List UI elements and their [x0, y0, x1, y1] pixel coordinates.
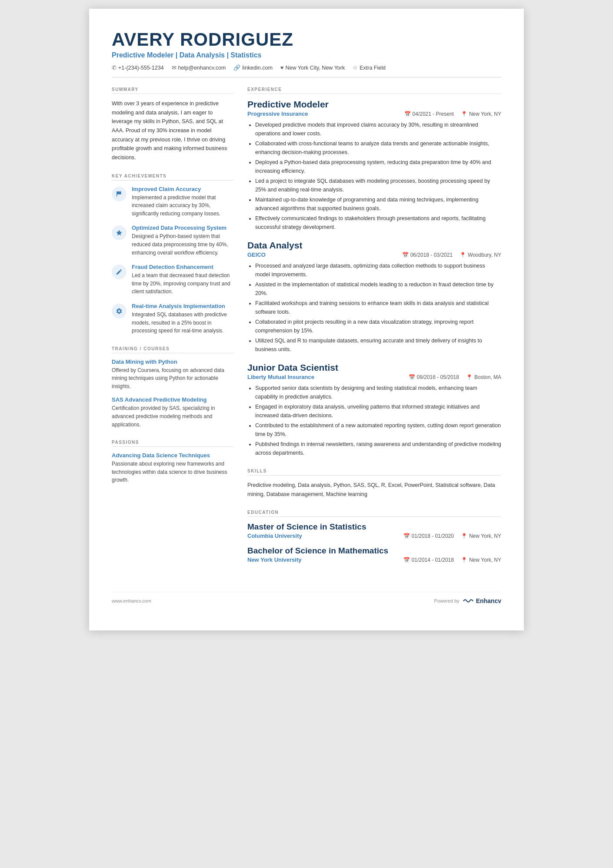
- job-title-1: Predictive Modeler: [247, 99, 501, 110]
- linkedin-value: linkedin.com: [242, 65, 272, 71]
- email-value: help@enhancv.com: [178, 65, 226, 71]
- achievement-item-2: Optimized Data Processing System Designe…: [112, 225, 233, 257]
- achievement-desc-4: Integrated SQL databases with predictive…: [132, 311, 233, 335]
- summary-text: With over 3 years of experience in predi…: [112, 99, 233, 162]
- header-section: AVERY RODRIGUEZ Predictive Modeler | Dat…: [112, 30, 501, 77]
- contact-linkedin: 🔗 linkedin.com: [233, 64, 272, 71]
- edu-date-2: 📅 01/2014 - 01/2018: [403, 557, 454, 563]
- skills-text: Predictive modeling, Data analysis, Pyth…: [247, 481, 501, 499]
- course-desc-2: Certification provided by SAS, specializ…: [112, 404, 233, 429]
- bullet-1-2: Collaborated with cross-functional teams…: [255, 139, 501, 157]
- job-company-1: Progressive Insurance: [247, 111, 308, 117]
- location-icon-2: 📍: [460, 252, 466, 258]
- pencil-icon: [116, 268, 123, 275]
- bullet-3-1: Supported senior data scientists by desi…: [255, 384, 501, 401]
- location-icon-3: 📍: [466, 374, 473, 380]
- edu-location-1: 📍 New York, NY: [461, 533, 501, 539]
- achievement-title-3: Fraud Detection Enhancement: [132, 264, 233, 270]
- achievement-title-1: Improved Claim Accuracy: [132, 186, 233, 192]
- extra-icon: ☆: [353, 64, 358, 71]
- edu-date-1: 📅 01/2018 - 01/2020: [403, 533, 454, 539]
- phone-icon: ✆: [112, 64, 117, 71]
- right-column: EXPERIENCE Predictive Modeler Progressiv…: [247, 87, 501, 574]
- edu-location-icon-1: 📍: [461, 533, 467, 539]
- extra-value: Extra Field: [360, 65, 386, 71]
- achievement-desc-1: Implemented a predictive model that incr…: [132, 194, 233, 218]
- summary-label: SUMMARY: [112, 87, 233, 94]
- edu-calendar-icon-1: 📅: [403, 533, 410, 539]
- job-company-3: Liberty Mutual Insurance: [247, 374, 314, 380]
- linkedin-icon: 🔗: [233, 64, 240, 71]
- bullet-1-6: Effectively communicated findings to sta…: [255, 214, 501, 231]
- job-block-3: Junior Data Scientist Liberty Mutual Ins…: [247, 362, 501, 457]
- job-location-2: 📍 Woodbury, NY: [460, 252, 501, 258]
- bullet-1-3: Deployed a Python-based data preprocessi…: [255, 158, 501, 175]
- candidate-name: AVERY RODRIGUEZ: [112, 30, 501, 50]
- job-bullets-1: Developed predictive models that improve…: [247, 121, 501, 231]
- job-meta-3: Liberty Mutual Insurance 📅 09/2016 - 05/…: [247, 374, 501, 380]
- contact-phone: ✆ +1-(234)-555-1234: [112, 64, 164, 71]
- achievement-icon-star: [112, 225, 127, 240]
- course-item-2: SAS Advanced Predictive Modeling Certifi…: [112, 396, 233, 429]
- enhancv-logo-icon: [462, 598, 474, 604]
- resume-wrapper: AVERY RODRIGUEZ Predictive Modeler | Dat…: [89, 9, 524, 630]
- achievement-desc-2: Designed a Python-based system that redu…: [132, 232, 233, 257]
- job-block-2: Data Analyst GEICO 📅 06/2018 - 03/2021 📍…: [247, 240, 501, 354]
- edu-meta-2: New York University 📅 01/2014 - 01/2018 …: [247, 556, 501, 563]
- education-section: EDUCATION Master of Science in Statistic…: [247, 510, 501, 563]
- achievement-item-3: Fraud Detection Enhancement Led a team t…: [112, 264, 233, 296]
- star-icon: [116, 229, 123, 236]
- edu-school-1: Columbia University: [247, 533, 302, 539]
- training-label: TRAINING / COURSES: [112, 346, 233, 353]
- calendar-icon-2: 📅: [402, 252, 409, 258]
- job-title-3: Junior Data Scientist: [247, 362, 501, 373]
- two-col-layout: SUMMARY With over 3 years of experience …: [112, 87, 501, 574]
- candidate-title: Predictive Modeler | Data Analysis | Sta…: [112, 51, 501, 59]
- flag-icon: [116, 191, 123, 198]
- bullet-3-3: Contributed to the establishment of a ne…: [255, 421, 501, 439]
- contact-email: ✉ help@enhancv.com: [172, 64, 226, 71]
- passion-title-1: Advancing Data Science Techniques: [112, 452, 233, 459]
- edu-date-loc-2: 📅 01/2014 - 01/2018 📍 New York, NY: [403, 557, 501, 563]
- achievement-icon-flag: [112, 187, 127, 201]
- course-title-1: Data Mining with Python: [112, 359, 233, 365]
- achievement-title-2: Optimized Data Processing System: [132, 225, 233, 231]
- bullet-2-1: Processed and analyzed large datasets, o…: [255, 261, 501, 279]
- passions-label: PASSIONS: [112, 440, 233, 447]
- footer-bar: www.enhancv.com Powered by Enhancv: [112, 592, 501, 604]
- job-block-1: Predictive Modeler Progressive Insurance…: [247, 99, 501, 231]
- contact-line: ✆ +1-(234)-555-1234 ✉ help@enhancv.com 🔗…: [112, 64, 501, 77]
- job-date-loc-3: 📅 09/2016 - 05/2018 📍 Boston, MA: [409, 374, 501, 380]
- edu-degree-1: Master of Science in Statistics: [247, 522, 501, 532]
- job-location-3: 📍 Boston, MA: [466, 374, 501, 380]
- job-date-3: 📅 09/2016 - 05/2018: [409, 374, 459, 380]
- achievements-section: KEY ACHIEVEMENTS Improved Claim Accuracy…: [112, 174, 233, 335]
- footer-powered: Powered by Enhancv: [434, 597, 501, 604]
- skills-label: SKILLS: [247, 469, 501, 476]
- edu-location-2: 📍 New York, NY: [461, 557, 501, 563]
- location-icon: ♥: [280, 64, 284, 71]
- edu-degree-2: Bachelor of Science in Mathematics: [247, 546, 501, 556]
- bullet-2-5: Utilized SQL and R to manipulate dataset…: [255, 336, 501, 354]
- summary-section: SUMMARY With over 3 years of experience …: [112, 87, 233, 162]
- achievement-title-4: Real-time Analysis Implementation: [132, 303, 233, 309]
- job-date-1: 📅 04/2021 - Present: [404, 111, 454, 117]
- experience-label: EXPERIENCE: [247, 87, 501, 94]
- job-meta-2: GEICO 📅 06/2018 - 03/2021 📍 Woodbury, NY: [247, 251, 501, 258]
- skills-section: SKILLS Predictive modeling, Data analysi…: [247, 469, 501, 499]
- course-title-2: SAS Advanced Predictive Modeling: [112, 396, 233, 403]
- contact-extra: ☆ Extra Field: [353, 64, 386, 71]
- job-date-2: 📅 06/2018 - 03/2021: [402, 252, 453, 258]
- edu-date-loc-1: 📅 01/2018 - 01/2020 📍 New York, NY: [403, 533, 501, 539]
- job-bullets-2: Processed and analyzed large datasets, o…: [247, 261, 501, 354]
- edu-meta-1: Columbia University 📅 01/2018 - 01/2020 …: [247, 533, 501, 539]
- job-date-loc-1: 📅 04/2021 - Present 📍 New York, NY: [404, 111, 501, 117]
- email-icon: ✉: [172, 64, 177, 71]
- location-value: New York City, New York: [286, 65, 345, 71]
- calendar-icon-3: 📅: [409, 374, 415, 380]
- education-label: EDUCATION: [247, 510, 501, 517]
- achievements-label: KEY ACHIEVEMENTS: [112, 174, 233, 181]
- bullet-1-1: Developed predictive models that improve…: [255, 121, 501, 138]
- phone-value: +1-(234)-555-1234: [118, 65, 164, 71]
- powered-by-text: Powered by: [434, 598, 460, 603]
